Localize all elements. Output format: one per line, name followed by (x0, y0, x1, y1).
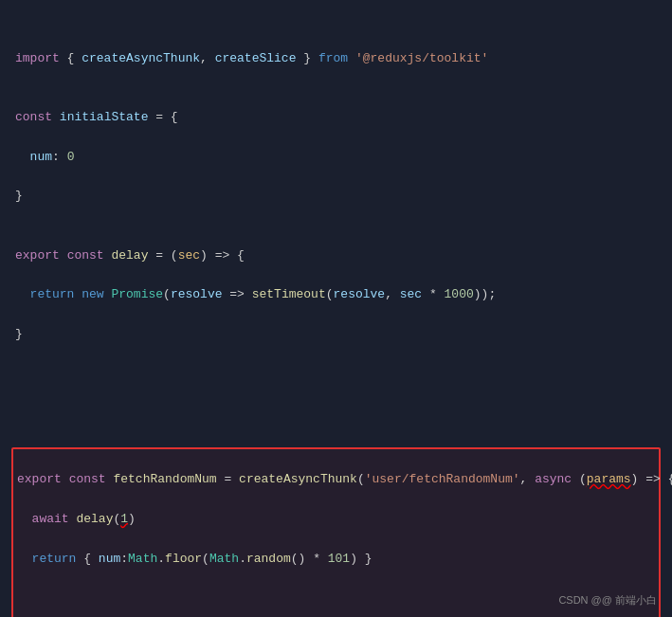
watermark: CSDN @@ 前端小白 (558, 592, 657, 609)
code-editor: import { createAsyncThunk, createSlice }… (0, 0, 672, 617)
highlighted-code-block: export const fetchRandomNum = createAsyn… (11, 447, 661, 617)
code-content: import { createAsyncThunk, createSlice }… (15, 9, 657, 444)
